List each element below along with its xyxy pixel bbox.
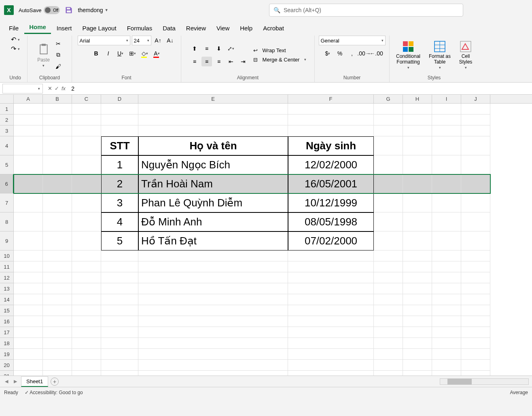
column-header[interactable]: C [72,95,101,103]
column-header[interactable]: I [432,95,461,103]
cell[interactable] [432,212,461,231]
cell[interactable] [101,272,138,283]
cell[interactable] [138,115,288,125]
cell[interactable] [101,338,138,349]
cell[interactable] [14,174,43,193]
cell[interactable]: STT [101,136,138,155]
redo-icon[interactable]: ↷ [11,45,16,53]
cell[interactable] [72,231,101,250]
cell[interactable] [14,193,43,212]
cell[interactable] [288,261,374,272]
cell[interactable] [101,283,138,294]
cell[interactable] [403,294,432,305]
cell[interactable] [138,371,288,376]
font-size-select[interactable]: 24▾ [132,36,151,45]
cell[interactable] [461,360,490,371]
sheet-tab[interactable]: Sheet1 [21,376,48,387]
cell[interactable] [72,371,101,376]
cell[interactable] [14,136,43,155]
cell[interactable] [432,155,461,174]
cell[interactable]: 08/05/1998 [288,212,374,231]
cell[interactable] [461,231,490,250]
cell[interactable] [14,250,43,261]
cell[interactable] [432,250,461,261]
cell[interactable] [138,294,288,305]
paste-button[interactable]: Paste ▾ [36,41,51,69]
cell[interactable] [374,371,403,376]
save-icon[interactable] [65,6,73,14]
row-header[interactable]: 6 [0,174,14,193]
cell[interactable] [461,125,490,136]
cell[interactable] [138,250,288,261]
cell[interactable] [374,104,403,115]
cell[interactable] [461,371,490,376]
cell[interactable] [72,115,101,125]
tab-help[interactable]: Help [235,22,257,34]
toggle-switch[interactable]: Off [44,6,60,14]
cell[interactable] [403,115,432,125]
cell[interactable] [72,174,101,193]
cell[interactable] [72,212,101,231]
cell[interactable] [403,104,432,115]
font-name-select[interactable]: Arial▾ [78,36,130,45]
fx-icon[interactable]: fx [61,85,66,91]
cell[interactable] [374,294,403,305]
cell[interactable] [288,305,374,316]
cell-styles-button[interactable]: Cell Styles▾ [455,39,476,71]
cell[interactable] [101,349,138,360]
align-left-icon[interactable]: ≡ [189,57,200,66]
cell[interactable] [14,371,43,376]
currency-icon[interactable]: $▾ [322,49,333,58]
enter-formula-icon[interactable]: ✓ [55,85,59,91]
cell[interactable] [403,212,432,231]
cell[interactable] [72,338,101,349]
cell[interactable] [43,316,72,327]
merge-center-button[interactable]: ⊟ Merge & Center ▾ [253,57,306,63]
cell[interactable] [101,327,138,338]
cell[interactable] [72,104,101,115]
cell[interactable] [43,349,72,360]
font-color-button[interactable]: A▾ [152,49,162,58]
cell[interactable] [288,294,374,305]
cell[interactable] [432,349,461,360]
cell[interactable] [288,283,374,294]
cell[interactable] [43,136,72,155]
cell[interactable] [374,261,403,272]
tab-page-layout[interactable]: Page Layout [77,22,121,34]
cell[interactable] [374,155,403,174]
sheet-nav-next-icon[interactable]: ▶ [12,379,19,384]
cell[interactable] [461,155,490,174]
cell[interactable] [374,327,403,338]
cell[interactable] [43,115,72,125]
tab-acrobat[interactable]: Acrobat [258,22,289,34]
cell[interactable]: Hồ Tấn Đạt [138,231,288,250]
cell[interactable]: Nguyễn Ngọc Bích [138,155,288,174]
tab-formulas[interactable]: Formulas [122,22,157,34]
cell[interactable] [138,360,288,371]
cell[interactable] [43,193,72,212]
cell[interactable] [374,174,403,193]
cell[interactable] [403,338,432,349]
cell[interactable] [14,261,43,272]
cell[interactable] [72,294,101,305]
cell[interactable] [461,104,490,115]
cell[interactable] [43,250,72,261]
cell[interactable] [43,125,72,136]
cell[interactable]: 4 [101,212,138,231]
column-header[interactable]: B [43,95,72,103]
cell[interactable] [403,193,432,212]
cell[interactable] [101,250,138,261]
cell[interactable] [432,327,461,338]
cell[interactable] [14,327,43,338]
cell[interactable] [288,338,374,349]
row-header[interactable]: 1 [0,104,14,115]
cell[interactable] [403,231,432,250]
cell[interactable] [43,155,72,174]
copy-icon[interactable]: ⧉ [53,50,64,60]
column-header[interactable]: D [101,95,138,103]
cell[interactable] [432,338,461,349]
cell[interactable] [288,250,374,261]
cell[interactable] [403,136,432,155]
row-header[interactable]: 4 [0,136,14,155]
row-header[interactable]: 15 [0,305,14,316]
